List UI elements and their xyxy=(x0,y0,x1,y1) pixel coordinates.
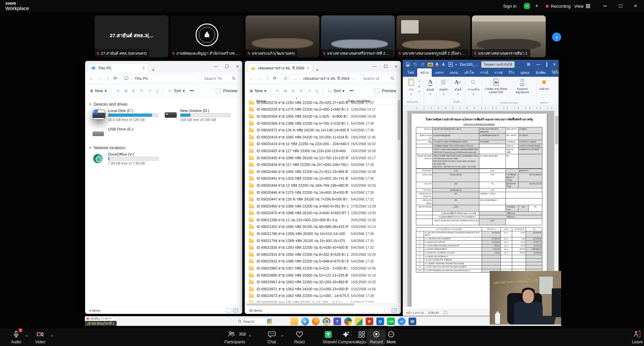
ribbon-tab[interactable]: การส่ xyxy=(492,68,505,77)
sort-button[interactable]: ↑↓ Sort ▾ xyxy=(328,89,344,93)
minimize-button[interactable]: — xyxy=(214,64,218,69)
file-explorer-window-folder[interactable]: เล่มแผนงานร่าง สธ. ปี 2569 × + — × ← → ↑… xyxy=(245,61,401,314)
participant-video-tile[interactable]: แขวงทางหลวงนครราชสีมา 1 xyxy=(472,15,546,57)
ribbon-tab[interactable]: แทรก xyxy=(432,68,446,77)
file-row[interactable]: ID 69020441 สาย 1303 รหัส 22200 กม.12+00… xyxy=(245,175,397,182)
ribbon-tab[interactable]: ออกแ xyxy=(447,68,461,77)
breadcrumb[interactable]: › … › เล่มแผนงานร่าง สธ. ปี 2569 › xyxy=(281,74,356,83)
taskbar-app-icon[interactable] xyxy=(344,318,352,325)
file-row[interactable]: ID 69020450 สาย 1065 รหัส 22200 กม.3+650… xyxy=(245,203,397,210)
file-row[interactable]: ID 69021835 สาย 1293 รหัส 22200 กม.41+03… xyxy=(245,244,397,251)
file-row[interactable]: ID 69020369 สาย 1386 รหัส 22200 กม.0+765… xyxy=(245,120,397,127)
security-shield-icon[interactable]: ✓ xyxy=(524,0,530,12)
participants-options-caret[interactable]: ∧ xyxy=(249,334,251,337)
back-icon[interactable]: ← xyxy=(249,76,253,81)
rename-icon[interactable]: ✎ xyxy=(300,89,303,93)
participant-video-tile[interactable]: 27.สายันต์ สทล.3(... 27.สายันต์ สทล.3(สก… xyxy=(95,15,168,57)
delete-icon[interactable]: ▯ xyxy=(316,89,318,93)
network-drive-item[interactable]: DriveOffice (V:) 7.99 EB free of 7.99 EB xyxy=(93,152,165,165)
addins-button[interactable]: Add-ins xyxy=(539,78,549,91)
preview-toggle[interactable]: Preview xyxy=(216,89,237,93)
breadcrumb[interactable]: › This PC › xyxy=(121,74,198,83)
react-button[interactable]: React xyxy=(285,330,314,344)
share-icon[interactable]: ↗ xyxy=(308,89,311,93)
sort-button[interactable]: ↑↓ Sort ▾ xyxy=(168,89,185,93)
new-button[interactable]: ⊕ New ▾ xyxy=(90,89,107,93)
ribbon-tab[interactable]: การอ้ xyxy=(478,68,491,77)
drive-item[interactable]: New Volume (D:) 158 GB free of 198 GB xyxy=(165,109,237,122)
file-row[interactable]: ID 69021794 สาย 126N รหัส 26100 กม.15+30… xyxy=(245,237,397,244)
file-row[interactable]: ID 69021302 สาย 1065 รหัส 26100 กม.58+08… xyxy=(245,224,397,231)
minimize-button[interactable]: — xyxy=(536,62,540,67)
copy-icon[interactable]: ⧉ xyxy=(284,89,287,93)
close-button[interactable]: × xyxy=(634,0,637,12)
file-row[interactable]: ID 69021288 สาย 12 กม.231+500-231+900 ผิ… xyxy=(245,217,397,224)
up-icon[interactable]: ↑ xyxy=(266,76,269,81)
maximize-button[interactable] xyxy=(384,65,387,68)
taskbar-app-icon[interactable]: W xyxy=(409,318,416,325)
create-share-adobe-pdf-button[interactable]: Create and Share Adobe PDF xyxy=(484,78,508,94)
file-row[interactable]: ID 69020425 สาย 117 รหัส 23300 กม.118+10… xyxy=(245,148,397,155)
participant-video-tile[interactable]: งานพัสดุและสัญญา สำนักก่อสร้างทาง... xyxy=(170,15,244,57)
file-row[interactable]: ID 69020430 สาย 1086 รหัส 26100 กม.12+75… xyxy=(245,155,397,162)
cut-icon[interactable]: ✂ xyxy=(116,89,120,93)
leave-button[interactable]: Leave xyxy=(623,330,644,344)
restore-button[interactable] xyxy=(619,0,622,12)
participant-video-tile[interactable]: แขวงสระแก้ว(วัฒนานคร) xyxy=(246,15,319,57)
chat-button[interactable]: Chat ∧ xyxy=(257,330,286,344)
more-button[interactable]: More xyxy=(376,330,406,344)
up-icon[interactable]: ↑ xyxy=(107,76,109,81)
clear-format-icon[interactable]: A xyxy=(441,62,446,67)
breadcrumb-ellipsis[interactable]: … xyxy=(293,76,297,80)
ribbon-tab[interactable]: รีวิว xyxy=(506,68,517,77)
taskbar-app-icon[interactable] xyxy=(312,318,320,325)
participant-video-tile[interactable]: แขวงทางหลวงนครศรีธรรมราชที่ 2 (ทุ่ง... xyxy=(321,15,395,57)
next-participants-page-button[interactable]: › xyxy=(552,33,561,42)
large-icons-view-toggle[interactable] xyxy=(233,308,238,313)
horizontal-scrollbar[interactable] xyxy=(246,303,396,306)
list-view-toggle[interactable] xyxy=(391,308,397,313)
delete-icon[interactable]: ▯ xyxy=(156,89,158,93)
file-row[interactable]: ID 69020470 สาย 1086 รหัส 26100 กม.3+600… xyxy=(245,210,397,217)
explorer-tab[interactable]: เล่มแผนงานร่าง สธ. ปี 2569 × xyxy=(248,63,312,72)
forward-icon[interactable]: → xyxy=(98,76,102,81)
taskbar-app-icon[interactable]: e xyxy=(301,318,309,325)
font-color-icon[interactable]: A xyxy=(436,62,438,67)
start-button[interactable] xyxy=(227,318,233,325)
close-button[interactable]: × xyxy=(553,62,556,67)
search-input[interactable]: Search Thi xyxy=(202,74,238,83)
maximize-button[interactable] xyxy=(225,65,229,68)
taskbar-app-icon[interactable]: P xyxy=(366,318,373,325)
styles-button[interactable]: A สไตล์▾ xyxy=(454,78,462,96)
copy-icon[interactable]: ⧉ xyxy=(124,89,127,93)
more-options-icon[interactable]: ••• xyxy=(190,89,194,93)
rename-icon[interactable]: ✎ xyxy=(140,89,143,93)
new-tab-button[interactable]: + xyxy=(316,67,319,72)
video-options-caret[interactable]: ∧ xyxy=(51,334,53,337)
file-row[interactable]: ID 69023880 สาย 1065 รหัส 25300 กม.51+12… xyxy=(245,272,397,279)
paragraph-button[interactable]: ย่อหน้า▾ xyxy=(439,78,448,96)
taskbar-app-icon[interactable] xyxy=(290,318,298,325)
file-row[interactable]: ID 69022960 สาย 1057 รหัส 22200 กม.0+015… xyxy=(245,265,397,272)
taskbar-app-icon[interactable] xyxy=(323,318,330,325)
taskbar-search[interactable]: Search xyxy=(235,318,274,325)
search-input[interactable]: Search เล่ xyxy=(361,74,397,83)
details-view-toggle[interactable] xyxy=(385,308,390,313)
character-border-icon[interactable]: A xyxy=(448,62,453,67)
file-row[interactable]: ID 69023967 สาย 1063 รหัส 22350 กม.32+20… xyxy=(245,279,397,286)
more-options-icon[interactable]: ••• xyxy=(349,89,354,93)
file-row[interactable]: ID 69020372 สาย 126 N รหัส 24100 กม.14+1… xyxy=(245,127,397,134)
taskbar-app-icon[interactable]: zm xyxy=(398,318,406,325)
minimize-button[interactable]: — xyxy=(373,64,377,69)
refresh-icon[interactable]: ⟳ xyxy=(273,76,277,81)
section-network-locations[interactable]: ▼Network locations xyxy=(89,146,242,150)
highlight-color-icon[interactable]: ab xyxy=(428,63,433,66)
customize-qat-icon[interactable]: ▾ xyxy=(455,63,457,66)
file-row[interactable]: ID 69023971 สาย 1063 รหัส 24100 กม.22+09… xyxy=(245,286,397,293)
file-row[interactable]: ID 69020440 สาย 1065 รหัส 22200 กม.21+91… xyxy=(245,168,397,175)
close-tab-icon[interactable]: × xyxy=(143,66,145,70)
cut-icon[interactable]: ✂ xyxy=(276,89,279,93)
ribbon-tab[interactable]: นักพัฒ xyxy=(533,68,548,77)
taskbar-app-icon[interactable] xyxy=(355,318,363,325)
taskbar-app-icon[interactable]: O xyxy=(376,318,384,325)
